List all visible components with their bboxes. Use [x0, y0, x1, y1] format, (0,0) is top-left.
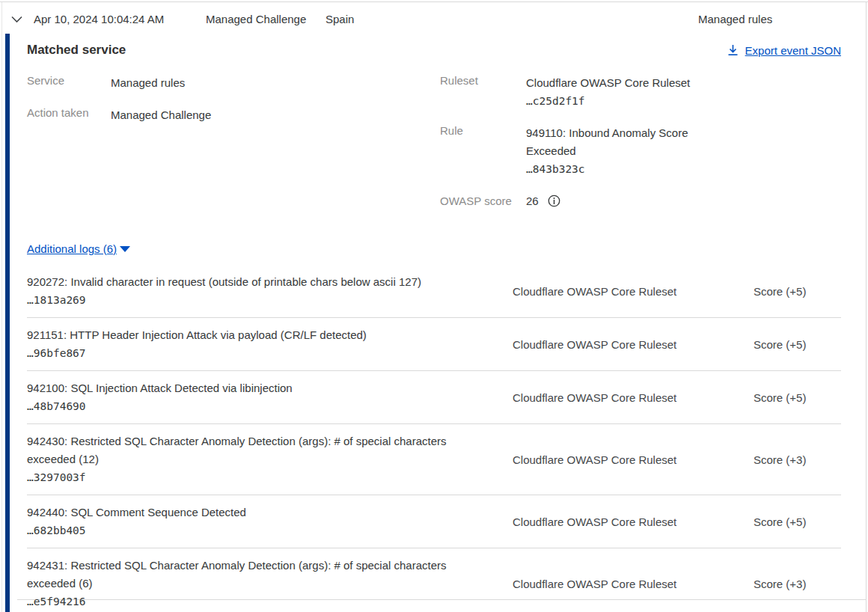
event-country: Spain — [326, 13, 511, 25]
matched-service-panel: Matched service Export event JSON Servic… — [0, 34, 866, 612]
event-service: Managed rules — [698, 13, 866, 25]
log-row: 942431: Restricted SQL Character Anomaly… — [27, 548, 841, 612]
log-score: Score (+3) — [754, 578, 841, 590]
rule-name: 949110: Inbound Anomaly Score Exceeded — [526, 124, 706, 160]
log-score: Score (+5) — [754, 391, 841, 404]
log-rule-hash: …48b74690 — [27, 397, 483, 415]
ruleset-name: Cloudflare OWASP Core Ruleset — [526, 74, 706, 92]
log-row: 942430: Restricted SQL Character Anomaly… — [27, 424, 841, 495]
additional-logs-label: Additional logs (6) — [27, 242, 117, 255]
action-taken-value: Managed Challenge — [111, 106, 290, 124]
caret-down-icon — [120, 246, 130, 252]
log-ruleset-name: Cloudflare OWASP Core Ruleset — [513, 515, 754, 528]
rule-field: Rule 949110: Inbound Anomaly Score Excee… — [440, 124, 841, 178]
info-icon[interactable] — [548, 195, 560, 207]
log-score: Score (+5) — [754, 285, 841, 298]
owasp-score-value: 26 — [526, 195, 539, 207]
log-row: 942440: SQL Comment Sequence Detected …6… — [27, 495, 841, 548]
log-rule-description: 942430: Restricted SQL Character Anomaly… — [27, 432, 483, 468]
owasp-score-label: OWASP score — [440, 195, 526, 207]
table-border-right — [866, 2, 867, 612]
owasp-score-field: OWASP score 26 — [440, 195, 841, 207]
log-rule-description: 942440: SQL Comment Sequence Detected — [27, 504, 483, 521]
log-ruleset-name: Cloudflare OWASP Core Ruleset — [513, 391, 754, 404]
log-row: 921151: HTTP Header Injection Attack via… — [27, 318, 841, 371]
service-value: Managed rules — [111, 74, 290, 92]
log-score: Score (+5) — [754, 515, 841, 528]
log-rule-description: 920272: Invalid character in request (ou… — [27, 273, 483, 291]
log-score: Score (+5) — [754, 338, 841, 351]
rule-hash: …843b323c — [526, 160, 706, 178]
service-field: Service Managed rules — [27, 74, 440, 92]
log-score: Score (+3) — [754, 453, 841, 466]
download-icon — [727, 44, 739, 56]
export-event-json-label: Export event JSON — [745, 44, 841, 57]
log-ruleset-name: Cloudflare OWASP Core Ruleset — [513, 578, 754, 590]
log-rule-hash: …682bb405 — [27, 521, 483, 539]
action-taken-field: Action taken Managed Challenge — [27, 106, 440, 124]
collapse-row-button[interactable] — [10, 13, 34, 25]
panel-title: Matched service — [27, 43, 126, 58]
event-action: Managed Challenge — [206, 13, 326, 25]
log-ruleset-name: Cloudflare OWASP Core Ruleset — [513, 453, 754, 466]
service-label: Service — [27, 74, 111, 92]
log-rule-description: 942431: Restricted SQL Character Anomaly… — [27, 557, 483, 593]
ruleset-hash: …c25d2f1f — [526, 92, 706, 110]
log-ruleset-name: Cloudflare OWASP Core Ruleset — [513, 338, 754, 351]
log-rule-hash: …3297003f — [27, 468, 483, 486]
log-rule-description: 921151: HTTP Header Injection Attack via… — [27, 326, 483, 344]
rule-label: Rule — [440, 124, 526, 178]
event-timestamp: Apr 10, 2024 10:04:24 AM — [34, 13, 206, 25]
event-summary-row[interactable]: Apr 10, 2024 10:04:24 AM Managed Challen… — [2, 2, 866, 35]
additional-logs-toggle[interactable]: Additional logs (6) — [27, 242, 130, 255]
ruleset-field: Ruleset Cloudflare OWASP Core Ruleset …c… — [440, 74, 841, 110]
log-ruleset-name: Cloudflare OWASP Core Ruleset — [513, 285, 754, 298]
security-event-expanded-row: Apr 10, 2024 10:04:24 AM Managed Challen… — [0, 0, 868, 612]
chevron-down-icon — [10, 13, 23, 25]
log-rule-hash: …96bfe867 — [27, 344, 483, 362]
log-row: 942100: SQL Injection Attack Detected vi… — [27, 371, 841, 424]
additional-logs-table: 920272: Invalid character in request (ou… — [27, 265, 841, 612]
action-taken-label: Action taken — [27, 106, 111, 124]
log-rule-description: 942100: SQL Injection Attack Detected vi… — [27, 379, 483, 397]
ruleset-label: Ruleset — [440, 74, 526, 110]
log-row: 920272: Invalid character in request (ou… — [27, 265, 841, 318]
export-event-json-link[interactable]: Export event JSON — [727, 44, 841, 57]
log-rule-hash: …1813a269 — [27, 291, 483, 309]
log-rule-hash: …e5f94216 — [27, 593, 483, 611]
